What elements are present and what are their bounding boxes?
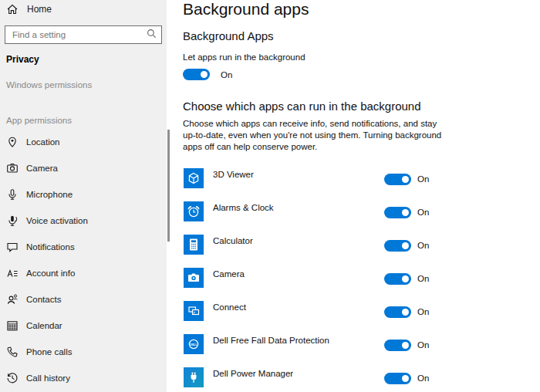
3d-viewer-icon [184,168,204,188]
dell-icon: DELL [184,334,204,354]
sidebar-item-camera[interactable]: Camera [0,155,167,181]
account-info-icon [6,267,19,279]
search-input[interactable] [12,30,147,39]
sidebar-item-account-info[interactable]: Account info [0,260,167,286]
app-row: Connect On [183,295,540,328]
app-toggle-5[interactable] [384,340,411,351]
sidebar-item-label: Phone calls [26,347,72,357]
app-toggle-0[interactable] [384,174,411,185]
sidebar-item-label: Microphone [26,190,73,199]
sidebar-home-label: Home [27,4,52,15]
sidebar-item-notifications[interactable]: Notifications [0,234,167,260]
sidebar-item-location[interactable]: Location [0,129,167,155]
master-toggle-label: Let apps run in the background [183,52,305,62]
app-toggle-4[interactable] [384,306,411,318]
svg-text:DELL: DELL [190,343,197,346]
app-toggle-state: On [417,241,429,250]
app-name: Dell Free Fall Data Protection [213,336,329,345]
voice-activation-icon [6,215,19,227]
sidebar-item-contacts[interactable]: Contacts [0,286,167,313]
app-name: Connect [213,302,246,312]
location-icon [6,136,19,148]
choose-apps-description: Choose which apps can receive info, send… [183,118,451,153]
sidebar-group-windows-permissions[interactable]: Windows permissions [6,80,92,90]
sidebar: Home Privacy Windows permissions App per… [0,0,167,392]
sidebar-item-label: Contacts [26,295,61,304]
call-history-icon [6,372,19,384]
toggle-knob [201,71,208,78]
sidebar-item-calendar[interactable]: Calendar [0,313,167,339]
app-name: 3D Viewer [213,170,254,179]
app-toggle-state: On [417,208,429,217]
camera-app-icon [184,268,204,288]
app-name: Calculator [213,236,253,245]
master-toggle-row: On [183,69,232,80]
app-row: Calculator On [183,228,540,262]
app-row: Dell Power Manager On [183,361,540,392]
app-toggle-1[interactable] [384,207,411,218]
sidebar-item-label: Location [26,137,59,147]
app-name: Alarms & Clock [213,203,274,212]
app-list: 3D Viewer On Alarms & Clock On Calculato… [183,162,540,392]
app-toggle-state: On [417,340,429,350]
toggle-knob [402,375,409,382]
sidebar-item-label: Calendar [26,321,62,330]
app-toggle-6[interactable] [384,373,411,384]
sidebar-item-microphone[interactable]: Microphone [0,181,167,208]
app-name: Dell Power Manager [213,369,293,378]
sidebar-nav-list: Location Camera Microphone Voice activat… [0,129,167,391]
main-content: Background apps Background Apps Let apps… [183,0,540,392]
app-toggle-state: On [417,274,429,283]
camera-icon [6,162,19,174]
app-toggle-state: On [417,307,429,316]
sidebar-item-home[interactable]: Home [6,3,52,15]
app-row: 3D Viewer On [183,162,540,195]
toggle-knob [402,309,409,316]
calendar-icon [6,319,19,332]
sidebar-section-title: Privacy [6,54,39,65]
app-toggle-state: On [417,174,429,184]
sidebar-item-label: Account info [26,269,75,278]
microphone-icon [6,188,19,201]
sidebar-item-label: Voice activation [26,216,88,225]
app-row: Alarms & Clock On [183,195,540,228]
toggle-knob [402,275,409,282]
toggle-knob [402,342,409,349]
app-toggle-2[interactable] [384,240,411,252]
page-title: Background apps [183,0,309,19]
background-apps-heading: Background Apps [183,29,274,42]
sidebar-group-app-permissions[interactable]: App permissions [6,116,72,125]
notifications-icon [6,241,19,253]
dell-power-icon [184,367,204,387]
contacts-icon [6,293,19,306]
search-icon[interactable] [147,28,157,42]
app-toggle-3[interactable] [384,273,411,285]
settings-window: Home Privacy Windows permissions App per… [0,0,540,392]
calculator-icon [184,235,204,255]
sidebar-item-voice-activation[interactable]: Voice activation [0,208,167,234]
sidebar-item-call-history[interactable]: Call history [0,365,167,391]
sidebar-scrollbar[interactable] [167,130,170,242]
home-icon [6,3,19,15]
toggle-knob [402,176,409,183]
phone-calls-icon [6,346,19,358]
choose-apps-heading: Choose which apps can run in the backgro… [183,100,421,113]
sidebar-item-label: Notifications [26,242,75,252]
toggle-knob [402,242,409,249]
sidebar-item-label: Call history [26,373,70,383]
sidebar-item-label: Camera [26,164,58,173]
app-toggle-state: On [417,373,429,383]
app-row: DELL Dell Free Fall Data Protection On [183,328,540,361]
connect-icon [184,301,204,321]
app-row: Camera On [183,262,540,295]
toggle-knob [402,209,409,216]
sidebar-item-phone-calls[interactable]: Phone calls [0,339,167,365]
alarms-clock-icon [184,201,204,221]
master-toggle[interactable] [183,69,210,80]
search-box[interactable] [5,25,162,44]
app-name: Camera [213,269,245,279]
master-toggle-state: On [221,70,232,79]
